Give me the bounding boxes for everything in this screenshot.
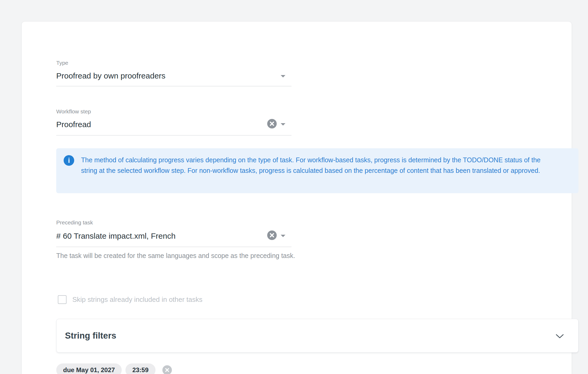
due-date-chip[interactable]: due May 01, 2027 [56,363,122,374]
field-underline [56,247,291,247]
remove-due-date-icon[interactable] [162,365,172,374]
task-form-card: Type Proofread by own proofreaders Workf… [22,22,572,374]
preceding-task-select[interactable]: # 60 Translate impact.xml, French [56,231,176,241]
preceding-task-field-label: Preceding task [56,219,93,226]
progress-info-banner: i The method of calculating progress var… [56,148,578,193]
field-underline [56,135,291,136]
caret-down-icon[interactable] [281,235,285,237]
info-icon-glyph: i [68,156,70,165]
skip-strings-checkbox[interactable] [58,295,67,304]
progress-info-text: The method of calculating progress varie… [81,155,546,176]
due-time-chip-label: 23:59 [132,366,148,374]
string-filters-panel[interactable]: String filters [56,319,578,353]
x-glyph [267,119,277,128]
task-form-screen: Type Proofread by own proofreaders Workf… [0,0,588,374]
due-date-chip-label: due May 01, 2027 [63,366,115,374]
workflow-step-field-label: Workflow step [56,108,91,115]
type-select[interactable]: Proofread by own proofreaders [56,71,166,81]
x-glyph [267,230,277,240]
field-underline [56,86,291,86]
string-filters-title: String filters [65,331,116,341]
caret-down-icon[interactable] [281,123,285,126]
info-icon: i [64,155,74,166]
preceding-task-helper-text: The task will be created for the same la… [56,251,299,260]
caret-down-icon[interactable] [281,75,285,77]
due-date-chips-row: due May 01, 2027 23:59 [56,363,172,374]
skip-strings-checkbox-label: Skip strings already included in other t… [72,295,203,304]
x-glyph [162,365,172,374]
chevron-down-icon[interactable] [556,334,564,340]
type-field-label: Type [56,59,68,67]
clear-icon[interactable] [267,119,277,128]
clear-icon[interactable] [267,230,277,240]
due-time-chip[interactable]: 23:59 [125,363,155,374]
workflow-step-select[interactable]: Proofread [56,119,91,130]
